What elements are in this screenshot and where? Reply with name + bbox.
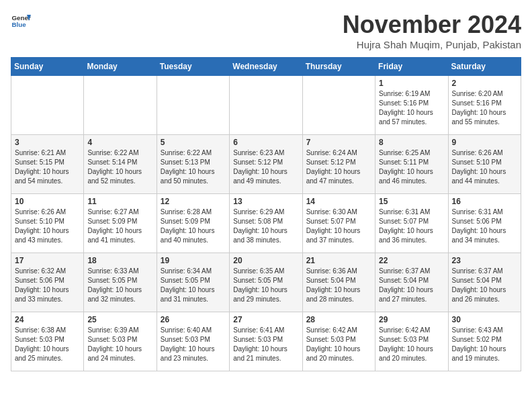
calendar-cell: 27Sunrise: 6:41 AM Sunset: 5:03 PM Dayli… <box>230 312 302 371</box>
calendar-cell: 7Sunrise: 6:24 AM Sunset: 5:12 PM Daylig… <box>302 135 375 194</box>
day-info: Sunrise: 6:30 AM Sunset: 5:07 PM Dayligh… <box>306 208 371 245</box>
day-number: 13 <box>233 197 298 206</box>
calendar-table: SundayMondayTuesdayWednesdayThursdayFrid… <box>11 57 521 371</box>
day-number: 6 <box>233 138 298 147</box>
day-info: Sunrise: 6:24 AM Sunset: 5:12 PM Dayligh… <box>306 148 371 186</box>
calendar-cell: 20Sunrise: 6:35 AM Sunset: 5:05 PM Dayli… <box>230 253 302 312</box>
day-info: Sunrise: 6:31 AM Sunset: 5:06 PM Dayligh… <box>452 208 517 245</box>
day-info: Sunrise: 6:32 AM Sunset: 5:06 PM Dayligh… <box>15 267 80 304</box>
day-info: Sunrise: 6:42 AM Sunset: 5:03 PM Dayligh… <box>306 326 371 363</box>
day-info: Sunrise: 6:29 AM Sunset: 5:08 PM Dayligh… <box>233 208 298 245</box>
calendar-cell <box>302 76 375 135</box>
day-number: 20 <box>233 256 298 265</box>
day-info: Sunrise: 6:27 AM Sunset: 5:09 PM Dayligh… <box>87 208 152 245</box>
title-block: November 2024 Hujra Shah Muqim, Punjab, … <box>343 11 521 50</box>
calendar-cell: 22Sunrise: 6:37 AM Sunset: 5:04 PM Dayli… <box>375 253 448 312</box>
day-info: Sunrise: 6:19 AM Sunset: 5:16 PM Dayligh… <box>379 89 444 127</box>
calendar-cell: 30Sunrise: 6:43 AM Sunset: 5:02 PM Dayli… <box>448 312 521 371</box>
calendar-cell: 5Sunrise: 6:22 AM Sunset: 5:13 PM Daylig… <box>157 135 229 194</box>
day-number: 3 <box>15 138 80 147</box>
day-number: 23 <box>452 256 517 265</box>
day-info: Sunrise: 6:40 AM Sunset: 5:03 PM Dayligh… <box>161 326 226 363</box>
day-info: Sunrise: 6:31 AM Sunset: 5:07 PM Dayligh… <box>379 208 444 245</box>
calendar-cell <box>157 76 229 135</box>
logo-icon: General Blue <box>11 11 31 31</box>
day-number: 26 <box>161 315 226 324</box>
day-info: Sunrise: 6:22 AM Sunset: 5:14 PM Dayligh… <box>87 148 152 186</box>
calendar-cell: 25Sunrise: 6:39 AM Sunset: 5:03 PM Dayli… <box>84 312 157 371</box>
day-info: Sunrise: 6:38 AM Sunset: 5:03 PM Dayligh… <box>15 326 80 363</box>
location-subtitle: Hujra Shah Muqim, Punjab, Pakistan <box>343 39 521 50</box>
day-number: 14 <box>306 197 371 206</box>
day-number: 7 <box>306 138 371 147</box>
svg-text:Blue: Blue <box>12 21 27 28</box>
day-number: 22 <box>379 256 444 265</box>
day-header-saturday: Saturday <box>448 58 521 76</box>
day-info: Sunrise: 6:39 AM Sunset: 5:03 PM Dayligh… <box>87 326 152 363</box>
calendar-header-row: SundayMondayTuesdayWednesdayThursdayFrid… <box>11 58 521 76</box>
day-info: Sunrise: 6:20 AM Sunset: 5:16 PM Dayligh… <box>452 89 517 127</box>
week-row-2: 3Sunrise: 6:21 AM Sunset: 5:15 PM Daylig… <box>11 135 521 194</box>
calendar-cell: 28Sunrise: 6:42 AM Sunset: 5:03 PM Dayli… <box>302 312 375 371</box>
day-info: Sunrise: 6:41 AM Sunset: 5:03 PM Dayligh… <box>233 326 298 363</box>
day-number: 8 <box>379 138 444 147</box>
day-number: 4 <box>87 138 152 147</box>
day-info: Sunrise: 6:23 AM Sunset: 5:12 PM Dayligh… <box>233 148 298 186</box>
day-header-tuesday: Tuesday <box>157 58 229 76</box>
day-info: Sunrise: 6:21 AM Sunset: 5:15 PM Dayligh… <box>15 148 80 186</box>
calendar-cell: 4Sunrise: 6:22 AM Sunset: 5:14 PM Daylig… <box>84 135 157 194</box>
day-number: 17 <box>15 256 80 265</box>
day-number: 9 <box>452 138 517 147</box>
day-info: Sunrise: 6:42 AM Sunset: 5:03 PM Dayligh… <box>379 326 444 363</box>
calendar-cell: 18Sunrise: 6:33 AM Sunset: 5:05 PM Dayli… <box>84 253 157 312</box>
day-number: 16 <box>452 197 517 206</box>
calendar-cell: 15Sunrise: 6:31 AM Sunset: 5:07 PM Dayli… <box>375 194 448 253</box>
day-header-wednesday: Wednesday <box>230 58 302 76</box>
calendar-cell: 1Sunrise: 6:19 AM Sunset: 5:16 PM Daylig… <box>375 76 448 135</box>
day-number: 2 <box>452 79 517 88</box>
day-number: 18 <box>87 256 152 265</box>
calendar-cell <box>84 76 157 135</box>
day-number: 21 <box>306 256 371 265</box>
calendar-cell: 16Sunrise: 6:31 AM Sunset: 5:06 PM Dayli… <box>448 194 521 253</box>
page-header: General Blue November 2024 Hujra Shah Mu… <box>11 11 521 50</box>
week-row-1: 1Sunrise: 6:19 AM Sunset: 5:16 PM Daylig… <box>11 76 521 135</box>
calendar-cell: 17Sunrise: 6:32 AM Sunset: 5:06 PM Dayli… <box>11 253 84 312</box>
day-header-monday: Monday <box>84 58 157 76</box>
calendar-cell: 24Sunrise: 6:38 AM Sunset: 5:03 PM Dayli… <box>11 312 84 371</box>
day-number: 24 <box>15 315 80 324</box>
day-info: Sunrise: 6:34 AM Sunset: 5:05 PM Dayligh… <box>161 267 226 304</box>
day-info: Sunrise: 6:37 AM Sunset: 5:04 PM Dayligh… <box>452 267 517 304</box>
day-number: 30 <box>452 315 517 324</box>
logo: General Blue <box>11 11 31 31</box>
day-info: Sunrise: 6:37 AM Sunset: 5:04 PM Dayligh… <box>379 267 444 304</box>
calendar-cell <box>11 76 84 135</box>
day-number: 10 <box>15 197 80 206</box>
day-number: 12 <box>161 197 226 206</box>
calendar-cell: 23Sunrise: 6:37 AM Sunset: 5:04 PM Dayli… <box>448 253 521 312</box>
day-info: Sunrise: 6:33 AM Sunset: 5:05 PM Dayligh… <box>87 267 152 304</box>
calendar-cell: 9Sunrise: 6:26 AM Sunset: 5:10 PM Daylig… <box>448 135 521 194</box>
calendar-cell: 10Sunrise: 6:26 AM Sunset: 5:10 PM Dayli… <box>11 194 84 253</box>
day-number: 5 <box>161 138 226 147</box>
calendar-cell: 13Sunrise: 6:29 AM Sunset: 5:08 PM Dayli… <box>230 194 302 253</box>
day-info: Sunrise: 6:35 AM Sunset: 5:05 PM Dayligh… <box>233 267 298 304</box>
day-info: Sunrise: 6:43 AM Sunset: 5:02 PM Dayligh… <box>452 326 517 363</box>
day-info: Sunrise: 6:25 AM Sunset: 5:11 PM Dayligh… <box>379 148 444 186</box>
day-info: Sunrise: 6:36 AM Sunset: 5:04 PM Dayligh… <box>306 267 371 304</box>
day-number: 27 <box>233 315 298 324</box>
calendar-cell: 26Sunrise: 6:40 AM Sunset: 5:03 PM Dayli… <box>157 312 229 371</box>
day-number: 11 <box>87 197 152 206</box>
day-number: 19 <box>161 256 226 265</box>
week-row-3: 10Sunrise: 6:26 AM Sunset: 5:10 PM Dayli… <box>11 194 521 253</box>
calendar-cell <box>230 76 302 135</box>
day-number: 29 <box>379 315 444 324</box>
month-title: November 2024 <box>343 11 521 39</box>
calendar-cell: 19Sunrise: 6:34 AM Sunset: 5:05 PM Dayli… <box>157 253 229 312</box>
day-number: 28 <box>306 315 371 324</box>
day-info: Sunrise: 6:26 AM Sunset: 5:10 PM Dayligh… <box>15 208 80 245</box>
day-info: Sunrise: 6:22 AM Sunset: 5:13 PM Dayligh… <box>161 148 226 186</box>
week-row-5: 24Sunrise: 6:38 AM Sunset: 5:03 PM Dayli… <box>11 312 521 371</box>
day-info: Sunrise: 6:26 AM Sunset: 5:10 PM Dayligh… <box>452 148 517 186</box>
day-number: 15 <box>379 197 444 206</box>
